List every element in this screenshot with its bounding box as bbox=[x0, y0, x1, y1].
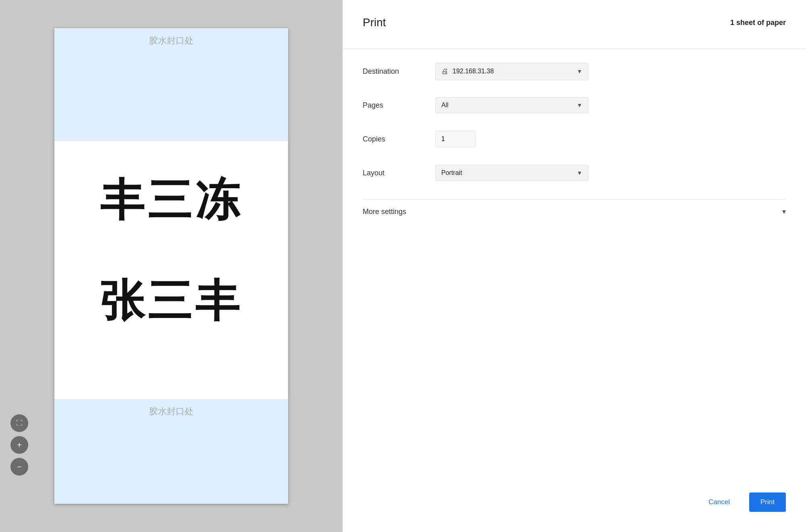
zoom-controls: ⛶ + − bbox=[10, 414, 28, 476]
panel-title: Print bbox=[363, 16, 386, 29]
destination-select[interactable]: 🖨 192.168.31.38 ▼ bbox=[435, 63, 588, 80]
destination-control: 🖨 192.168.31.38 ▼ bbox=[435, 63, 786, 80]
bottom-buttons: Cancel Print bbox=[697, 493, 786, 512]
zoom-out-button[interactable]: − bbox=[10, 458, 28, 476]
copies-control bbox=[435, 131, 786, 147]
pages-label: Pages bbox=[363, 101, 435, 110]
pages-select[interactable]: All ▼ bbox=[435, 97, 588, 113]
more-settings-label: More settings bbox=[363, 208, 782, 216]
zoom-in-button[interactable]: + bbox=[10, 436, 28, 454]
layout-label: Layout bbox=[363, 169, 435, 177]
print-button[interactable]: Print bbox=[749, 493, 786, 512]
destination-dropdown-arrow: ▼ bbox=[577, 68, 582, 75]
more-settings-chevron-icon: ▾ bbox=[782, 207, 786, 216]
pages-value: All bbox=[441, 102, 577, 109]
settings-divider bbox=[343, 48, 806, 49]
layout-dropdown-arrow: ▼ bbox=[577, 170, 582, 176]
main-content: 丰三冻 张三丰 bbox=[54, 141, 288, 359]
copies-input[interactable] bbox=[435, 131, 476, 147]
more-settings-row[interactable]: More settings ▾ bbox=[363, 200, 786, 223]
panel-header: Print 1 sheet of paper bbox=[363, 16, 786, 29]
destination-label: Destination bbox=[363, 67, 435, 76]
envelope-top: 胶水封口处 bbox=[54, 28, 288, 141]
envelope-bottom: 胶水封口处 bbox=[54, 399, 288, 504]
chinese-line1: 丰三冻 bbox=[100, 175, 243, 224]
pages-dropdown-arrow: ▼ bbox=[577, 102, 582, 108]
envelope-top-label: 胶水封口处 bbox=[149, 35, 193, 47]
copies-row: Copies bbox=[363, 129, 786, 150]
chinese-line2: 张三丰 bbox=[100, 276, 243, 325]
layout-value: Portrait bbox=[441, 169, 577, 177]
envelope-bottom-label: 胶水封口处 bbox=[149, 405, 193, 418]
printer-icon: 🖨 bbox=[441, 67, 449, 76]
layout-row: Layout Portrait ▼ bbox=[363, 162, 786, 183]
fit-button[interactable]: ⛶ bbox=[10, 414, 28, 432]
paper-preview: 胶水封口处 丰三冻 张三丰 胶水封口处 bbox=[54, 28, 288, 504]
paper-count: 1 sheet of paper bbox=[730, 19, 786, 27]
destination-value: 192.168.31.38 bbox=[453, 68, 577, 75]
copies-label: Copies bbox=[363, 135, 435, 143]
settings-panel: Print 1 sheet of paper Destination 🖨 192… bbox=[343, 0, 806, 532]
pages-control: All ▼ bbox=[435, 97, 786, 113]
preview-panel: 胶水封口处 丰三冻 张三丰 胶水封口处 ⛶ + − bbox=[0, 0, 343, 532]
layout-select[interactable]: Portrait ▼ bbox=[435, 165, 588, 181]
destination-row: Destination 🖨 192.168.31.38 ▼ bbox=[363, 61, 786, 82]
pages-row: Pages All ▼ bbox=[363, 95, 786, 116]
layout-control: Portrait ▼ bbox=[435, 165, 786, 181]
cancel-button[interactable]: Cancel bbox=[697, 493, 741, 512]
